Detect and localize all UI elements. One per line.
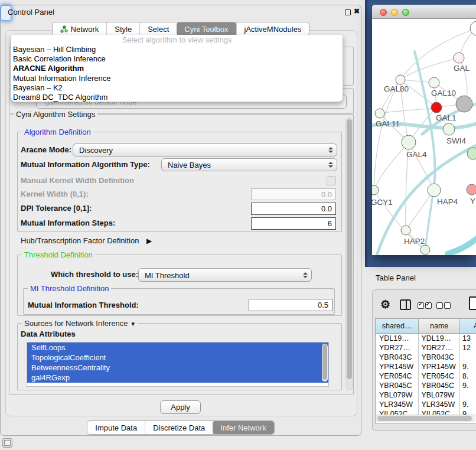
- table-cell: [460, 390, 476, 400]
- export-table-icon[interactable]: [469, 296, 476, 310]
- table-cell: YPR145W: [376, 362, 419, 371]
- column-header-a[interactable]: A: [460, 319, 476, 333]
- data-attributes-list[interactable]: SelfLoopsTopologicalCoefficientBetweenne…: [27, 342, 329, 387]
- attribute-item-selfloops[interactable]: SelfLoops: [27, 343, 328, 353]
- dpi-tolerance-field[interactable]: 0.0: [251, 203, 336, 215]
- attribute-item-topologicalcoefficient[interactable]: TopologicalCoefficient: [27, 353, 328, 363]
- scrollbar-thumb[interactable]: [322, 344, 327, 380]
- network-node-hap4[interactable]: [428, 184, 441, 197]
- dpi-tolerance-label: DPI Tolerance [0,1]:: [21, 204, 92, 213]
- attribute-item-gal4rgexp[interactable]: gal4RGexp: [27, 373, 328, 383]
- table-cell: YBR043C: [419, 353, 460, 362]
- manual-kernel-checkbox[interactable]: [327, 176, 336, 185]
- table-body: YDL19…YDL19…13YDR27…YDR27…12YBR043CYBR04…: [376, 334, 476, 416]
- float-panel-icon[interactable]: [345, 9, 351, 15]
- algorithm-options-list: Bayesian – Hill ClimbingBasic Correlatio…: [11, 45, 343, 102]
- zoom-window-icon[interactable]: [402, 9, 409, 16]
- network-node-hap2[interactable]: [401, 226, 410, 235]
- algorithm-dropdown-popup: Select algorithm to view settings Bayesi…: [11, 35, 343, 102]
- algorithm-option-bayesian-k2[interactable]: Bayesian – K2: [11, 83, 343, 93]
- network-node[interactable]: [420, 245, 430, 255]
- chevron-right-icon: ▶: [146, 237, 152, 245]
- which-threshold-value: MI Threshold: [145, 271, 190, 280]
- tab-jactivemnodules[interactable]: jActiveMNodules: [236, 22, 309, 35]
- mi-threshold-field[interactable]: 0.5: [249, 299, 332, 311]
- settings-vertical-scrollbar[interactable]: [345, 118, 353, 390]
- network-node-gcy1[interactable]: [372, 185, 379, 195]
- column-header-name[interactable]: name: [419, 319, 460, 333]
- scrollbar-thumb[interactable]: [377, 416, 472, 421]
- tab-infer-network[interactable]: Infer Network: [213, 421, 273, 434]
- screen: Control Panel ✖ NetworkStyleSelectCyni T…: [0, 0, 476, 450]
- control-panel-title: Control Panel: [8, 8, 54, 17]
- table-cell: 9.: [460, 381, 476, 390]
- attribute-item-betweennesscentrality[interactable]: BetweennessCentrality: [27, 363, 328, 373]
- network-node-gal10[interactable]: [429, 77, 439, 88]
- algorithm-option-mutual-information-inference[interactable]: Mutual Information Inference: [11, 74, 343, 83]
- mi-type-combo[interactable]: Naive Bayes: [161, 158, 337, 171]
- kernel-width-label: Kernel Width (0,1):: [21, 190, 89, 198]
- table-horizontal-scrollbar[interactable]: [376, 415, 475, 422]
- select-all-checkboxes-icon[interactable]: [418, 302, 432, 309]
- table-cell: YER054C: [419, 371, 460, 381]
- table-row[interactable]: YDR27…YDR27…12: [376, 343, 476, 353]
- network-canvas[interactable]: GALGAL80GAL10GAL1GAL11SWI4GAL4GCY1HAP4YH…: [372, 19, 476, 255]
- minimize-window-icon[interactable]: [391, 9, 398, 16]
- table-row[interactable]: YER054CYER054C8.: [376, 371, 476, 381]
- close-panel-icon[interactable]: ✖: [354, 7, 360, 15]
- tab-style[interactable]: Style: [106, 22, 139, 35]
- algorithm-placeholder: Select algorithm to view settings: [11, 35, 343, 45]
- apply-button[interactable]: Apply: [160, 400, 201, 414]
- table-row[interactable]: YBR043CYBR043C: [376, 353, 476, 362]
- column-header-shared-[interactable]: shared…: [376, 319, 419, 333]
- tab-cyni-toolbox[interactable]: Cyni Toolbox: [177, 22, 236, 35]
- panel-mini-icon[interactable]: [2, 438, 12, 448]
- network-node-swi4[interactable]: [443, 123, 455, 135]
- tab-select[interactable]: Select: [139, 22, 177, 35]
- list-scrollbar[interactable]: [322, 344, 328, 381]
- hub-definition-expander[interactable]: Hub/Transcription Factor Definition ▶: [21, 236, 152, 245]
- mi-steps-field[interactable]: 6: [251, 217, 336, 230]
- sources-legend[interactable]: Sources for Network Inference ▼: [22, 319, 138, 328]
- network-edge[interactable]: [374, 142, 409, 190]
- tab-impute-data[interactable]: Impute Data: [87, 421, 145, 434]
- algorithm-option-basic-correlation-inference[interactable]: Basic Correlation Inference: [11, 54, 343, 64]
- table-row[interactable]: YPR145WYPR145W9.: [376, 362, 476, 371]
- table-row[interactable]: YDL19…YDL19…13: [376, 334, 476, 343]
- deselect-all-checkboxes-icon[interactable]: [436, 302, 451, 309]
- aracne-mode-combo[interactable]: Discovery: [73, 144, 337, 156]
- network-edge[interactable]: [374, 80, 400, 190]
- algorithm-option-bayesian-hill-climbing[interactable]: Bayesian – Hill Climbing: [11, 45, 343, 54]
- gear-icon[interactable]: ⚙: [380, 298, 390, 311]
- table-cell: YBL079W: [419, 390, 460, 400]
- which-threshold-combo[interactable]: MI Threshold: [138, 268, 312, 282]
- table-row[interactable]: YBR045CYBR045C9.: [376, 381, 476, 390]
- network-node[interactable]: [467, 148, 476, 159]
- network-node-gal1[interactable]: [431, 102, 442, 113]
- close-window-icon[interactable]: [380, 9, 387, 16]
- network-node[interactable]: [470, 21, 476, 35]
- network-node-gal80[interactable]: [396, 75, 405, 84]
- algorithm-option-dream8-dc-tdc-algorithm[interactable]: Dream8 DC_TDC Algorithm: [11, 93, 343, 102]
- node-label-hap2: HAP2: [404, 237, 425, 246]
- tab-network[interactable]: Network: [53, 22, 107, 35]
- node-table: shared…nameA YDL19…YDL19…13YDR27…YDR27…1…: [375, 318, 476, 423]
- algorithm-option-aracne-algorithm[interactable]: ARACNE Algorithm: [11, 64, 343, 73]
- network-node-gal11[interactable]: [375, 109, 384, 118]
- node-label-gal10: GAL10: [431, 89, 456, 97]
- network-node-gal4[interactable]: [402, 135, 416, 149]
- network-node-y[interactable]: [467, 184, 476, 195]
- network-node[interactable]: [456, 96, 472, 112]
- tab-discretize-data[interactable]: Discretize Data: [145, 421, 213, 434]
- network-edge-highlighted[interactable]: [425, 191, 433, 250]
- kernel-width-field[interactable]: 0.0: [251, 188, 336, 200]
- node-label-gal: GAL: [454, 64, 470, 73]
- network-edge-highlighted[interactable]: [448, 237, 476, 254]
- table-panel-title: Table Panel: [376, 273, 416, 282]
- columns-icon[interactable]: [400, 299, 411, 310]
- cyni-algorithm-settings-legend: Cyni Algorithm Settings: [14, 110, 97, 119]
- table-row[interactable]: YLR345WYLR345W9.: [376, 400, 476, 409]
- table-row[interactable]: YBL079WYBL079W: [376, 390, 476, 400]
- scrollbar-thumb[interactable]: [347, 119, 352, 379]
- network-node-gal[interactable]: [454, 53, 464, 63]
